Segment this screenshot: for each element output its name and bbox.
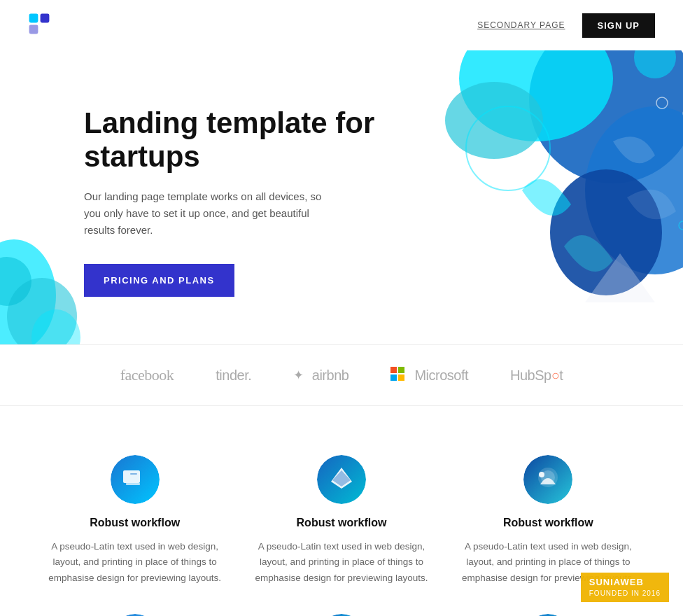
svg-rect-24 <box>126 483 140 485</box>
watermark-founded: FOUNDED IN 2016 <box>589 589 661 597</box>
brand-tinder: tinder. <box>216 368 251 384</box>
feature-card-2: Robust workflow A pseudo-Latin text used… <box>248 455 434 586</box>
tinder-label: tinder. <box>216 368 251 384</box>
svg-rect-23 <box>123 470 140 483</box>
hero-title: Landing template for startups <box>84 106 406 174</box>
hero-section: Landing template for startups Our landin… <box>0 50 683 344</box>
left-shapes <box>0 225 84 344</box>
brand-facebook: facebook <box>120 366 174 384</box>
facebook-label: facebook <box>120 366 174 384</box>
logo[interactable] <box>28 13 50 38</box>
feature-desc-1: A pseudo-Latin text used in web design, … <box>42 539 227 586</box>
brand-hubspot: HubSp○t <box>510 368 563 384</box>
hubspot-label: HubSp○t <box>510 368 563 384</box>
microsoft-label: Microsoft <box>414 368 468 384</box>
features-grid: Robust workflow A pseudo-Latin text used… <box>42 455 641 616</box>
microsoft-grid-icon <box>390 367 404 384</box>
svg-point-5 <box>445 82 543 159</box>
feature-icon-3 <box>523 455 572 504</box>
svg-rect-0 <box>29 14 38 23</box>
hero-cta-button[interactable]: PRICING AND PLANS <box>84 264 234 297</box>
brands-section: facebook tinder. ✦ airbnb Microsoft HubS… <box>0 344 683 406</box>
feature-card-1: Robust workflow A pseudo-Latin text used… <box>42 455 227 586</box>
svg-rect-25 <box>130 473 137 475</box>
feature-icon-2 <box>317 455 366 504</box>
svg-point-32 <box>539 472 544 477</box>
svg-rect-18 <box>390 367 397 373</box>
feature-title-1: Robust workflow <box>90 517 180 529</box>
svg-rect-1 <box>41 14 50 23</box>
feature-icon-1 <box>111 455 160 504</box>
signup-button[interactable]: SIGN UP <box>582 13 655 38</box>
feature-title-3: Robust workflow <box>503 517 593 529</box>
hero-subtitle: Our landing page template works on all d… <box>84 188 336 239</box>
svg-rect-20 <box>390 374 397 381</box>
feature-title-2: Robust workflow <box>297 517 387 529</box>
brand-microsoft: Microsoft <box>390 367 468 384</box>
svg-rect-2 <box>29 25 38 34</box>
nav-right: SECONDARY PAGE SIGN UP <box>477 13 655 38</box>
feature-card-3: Robust workflow A pseudo-Latin text used… <box>456 455 641 586</box>
feature-desc-2: A pseudo-Latin text used in web design, … <box>248 539 434 586</box>
svg-rect-19 <box>398 367 404 373</box>
watermark-brand: SUNIAWEB <box>589 577 644 587</box>
secondary-page-link[interactable]: SECONDARY PAGE <box>477 20 565 30</box>
watermark: SUNIAWEB FOUNDED IN 2016 <box>581 573 669 602</box>
airbnb-label: airbnb <box>312 368 349 384</box>
brand-airbnb: ✦ airbnb <box>293 368 348 384</box>
svg-rect-21 <box>398 374 404 381</box>
hero-content: Landing template for startups Our landin… <box>84 50 406 297</box>
navbar: SECONDARY PAGE SIGN UP <box>0 0 683 50</box>
airbnb-icon: ✦ <box>293 368 304 383</box>
